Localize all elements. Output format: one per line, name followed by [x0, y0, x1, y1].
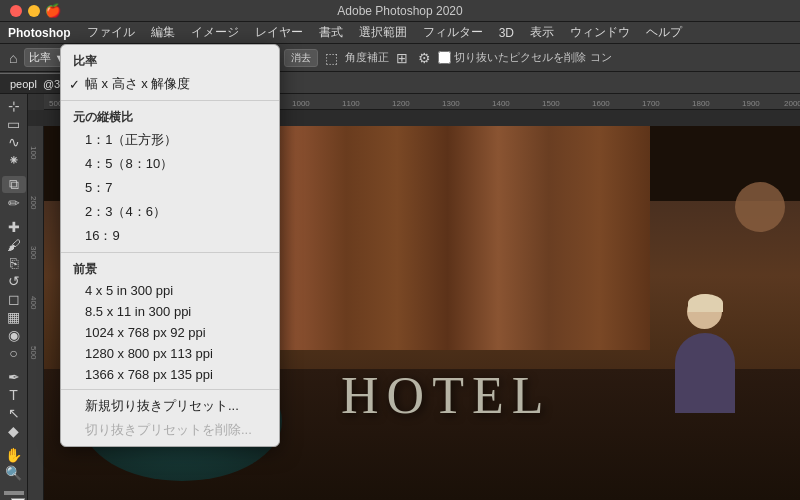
- menu-photoshop[interactable]: Photoshop: [0, 22, 79, 44]
- ruler-tick: 1200: [392, 99, 410, 108]
- close-button[interactable]: [10, 5, 22, 17]
- dodge-tool[interactable]: ○: [2, 345, 26, 361]
- ruler-tick: 1700: [642, 99, 660, 108]
- preset-1280x800[interactable]: 1280 x 800 px 113 ppi: [61, 343, 279, 364]
- ruler-vtick: 300: [29, 246, 38, 259]
- preset-1366x768[interactable]: 1366 x 768 px 135 ppi: [61, 364, 279, 385]
- content-aware-label: コン: [590, 50, 612, 65]
- preset-4x5-label: 4 x 5 in 300 ppi: [85, 283, 173, 298]
- path-selection-tool[interactable]: ↖: [2, 405, 26, 421]
- apple-icon[interactable]: 🍎: [45, 3, 61, 18]
- foreground-color[interactable]: [4, 491, 24, 495]
- eraser-tool[interactable]: ◻: [2, 291, 26, 307]
- delete-pixels-row: 切り抜いたピクセルを削除: [438, 50, 586, 65]
- menu-select[interactable]: 選択範囲: [351, 22, 415, 44]
- hotel-letters: H O T E L: [341, 366, 543, 425]
- preset-1024x768[interactable]: 1024 x 768 px 92 ppi: [61, 322, 279, 343]
- menu-bar: Photoshop ファイル 編集 イメージ レイヤー 書式 選択範囲 フィルタ…: [0, 22, 800, 44]
- ruler-tick: 1100: [342, 99, 360, 108]
- clear-button[interactable]: 消去: [284, 49, 318, 67]
- menu-layer[interactable]: レイヤー: [247, 22, 311, 44]
- preset-1366x768-label: 1366 x 768 px 135 ppi: [85, 367, 213, 382]
- brush-tool[interactable]: 🖌: [2, 237, 26, 253]
- letter-e: E: [472, 366, 504, 425]
- rectangular-marquee-tool[interactable]: ▭: [2, 116, 26, 132]
- menu-filter[interactable]: フィルター: [415, 22, 491, 44]
- lasso-tool[interactable]: ∿: [2, 134, 26, 150]
- ruler-corner: [28, 94, 44, 110]
- ruler-tick: 2000: [784, 99, 800, 108]
- ratio-23[interactable]: 2：3（4：6）: [61, 200, 279, 224]
- ruler-vtick: 200: [29, 196, 38, 209]
- preset-1280x800-label: 1280 x 800 px 113 ppi: [85, 346, 213, 361]
- hand-tool[interactable]: ✋: [2, 447, 26, 463]
- ruler-vtick: 400: [29, 296, 38, 309]
- angle-label: 角度補正: [345, 50, 389, 65]
- window-title: Adobe Photoshop 2020: [337, 4, 462, 18]
- crop-tool[interactable]: ⧉: [2, 176, 26, 193]
- letter-o: O: [387, 366, 425, 425]
- level-icon[interactable]: ⬚: [322, 50, 341, 66]
- minimize-button[interactable]: [28, 5, 40, 17]
- menu-image[interactable]: イメージ: [183, 22, 247, 44]
- clone-tool[interactable]: ⎘: [2, 255, 26, 271]
- ruler-tick: 1500: [542, 99, 560, 108]
- move-tool[interactable]: ⊹: [2, 98, 26, 114]
- ratio-45[interactable]: 4：5（8：10）: [61, 152, 279, 176]
- gradient-tool[interactable]: ▦: [2, 309, 26, 325]
- dropdown-separator-3: [61, 389, 279, 390]
- home-icon[interactable]: ⌂: [6, 50, 20, 66]
- ruler-tick: 1000: [292, 99, 310, 108]
- history-tool[interactable]: ↺: [2, 273, 26, 289]
- menu-edit[interactable]: 編集: [143, 22, 183, 44]
- menu-file[interactable]: ファイル: [79, 22, 143, 44]
- eyedropper-tool[interactable]: ✏: [2, 195, 26, 211]
- menu-window[interactable]: ウィンドウ: [562, 22, 638, 44]
- grid-icon[interactable]: ⊞: [393, 50, 411, 66]
- dropdown-separator-2: [61, 252, 279, 253]
- blur-tool[interactable]: ◉: [2, 327, 26, 343]
- preset-4x5[interactable]: 4 x 5 in 300 ppi: [61, 280, 279, 301]
- menu-help[interactable]: ヘルプ: [638, 22, 690, 44]
- person-body: [675, 333, 735, 413]
- toolbar: ⊹ ▭ ∿ ⁕ ⧉ ✏ ✚ 🖌 ⎘ ↺ ◻ ▦ ◉ ○ ✒ T ↖ ◆ ✋ 🔍: [0, 94, 28, 500]
- dropdown-title: 比率: [61, 49, 279, 72]
- new-preset-button[interactable]: 新規切り抜きプリセット...: [61, 394, 279, 418]
- ratio-57[interactable]: 5：7: [61, 176, 279, 200]
- ruler-tick: 1900: [742, 99, 760, 108]
- magic-wand-tool[interactable]: ⁕: [2, 152, 26, 168]
- decoration-top-right: [735, 182, 785, 232]
- preset-85x11[interactable]: 8.5 x 11 in 300 ppi: [61, 301, 279, 322]
- delete-preset-button[interactable]: 切り抜きプリセットを削除...: [61, 418, 279, 442]
- ruler-tick: 1600: [592, 99, 610, 108]
- ratio-57-label: 5：7: [85, 179, 112, 197]
- delete-pixels-checkbox[interactable]: [438, 51, 451, 64]
- shape-tool[interactable]: ◆: [2, 423, 26, 439]
- dropdown-separator-1: [61, 100, 279, 101]
- ratio-option-label: 幅 x 高さ x 解像度: [85, 75, 190, 93]
- menu-type[interactable]: 書式: [311, 22, 351, 44]
- zoom-tool[interactable]: 🔍: [2, 465, 26, 481]
- person: [670, 294, 740, 444]
- ruler-tick: 1300: [442, 99, 460, 108]
- ratio-11-label: 1：1（正方形）: [85, 131, 177, 149]
- ruler-tick: 1400: [492, 99, 510, 108]
- type-tool[interactable]: T: [2, 387, 26, 403]
- ratio-dropdown-label: 比率: [29, 50, 51, 65]
- ratio-option-wh-resolution[interactable]: 幅 x 高さ x 解像度: [61, 72, 279, 96]
- menu-3d[interactable]: 3D: [491, 22, 522, 44]
- ruler-side: 100 200 300 400 500: [28, 126, 44, 500]
- person-hair: [688, 294, 723, 312]
- ratio-169[interactable]: 16：9: [61, 224, 279, 248]
- ratio-45-label: 4：5（8：10）: [85, 155, 173, 173]
- ratio-11[interactable]: 1：1（正方形）: [61, 128, 279, 152]
- dropdown-section-foreground: 前景: [61, 257, 279, 280]
- crop-ratio-dropdown-menu: 比率 幅 x 高さ x 解像度 元の縦横比 1：1（正方形） 4：5（8：10）…: [60, 44, 280, 447]
- ruler-vtick: 500: [29, 346, 38, 359]
- menu-view[interactable]: 表示: [522, 22, 562, 44]
- gear-icon[interactable]: ⚙: [415, 50, 434, 66]
- preset-1024x768-label: 1024 x 768 px 92 ppi: [85, 325, 206, 340]
- pen-tool[interactable]: ✒: [2, 369, 26, 385]
- healing-tool[interactable]: ✚: [2, 219, 26, 235]
- ruler-tick: 1800: [692, 99, 710, 108]
